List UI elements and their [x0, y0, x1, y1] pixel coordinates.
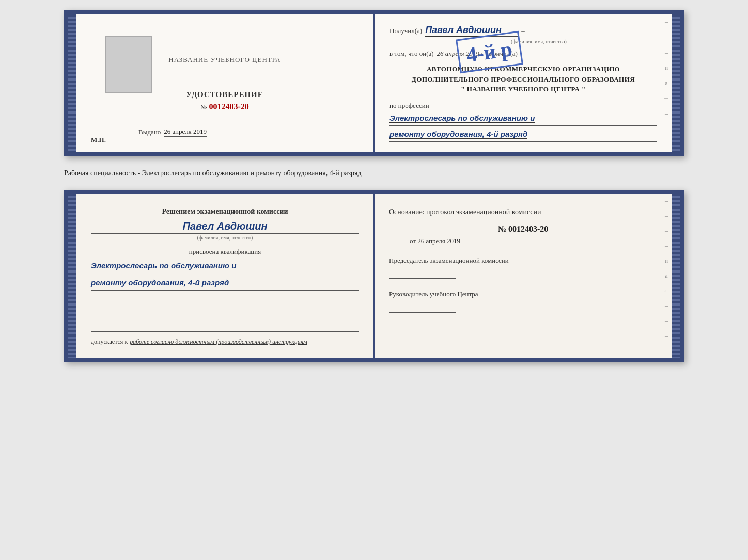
- dopuskaetsya-block: допускается к работе согласно должностны…: [91, 338, 359, 346]
- name-handwritten: Павел Авдюшин: [91, 220, 359, 234]
- signature-line-1: [91, 297, 359, 307]
- org-block: АВТОНОМНУЮ НЕКОММЕРЧЕСКУЮ ОРГАНИЗАЦИЮ ДО…: [389, 64, 657, 94]
- prisvoena-text: присвоена квалификация: [91, 248, 359, 256]
- resheniem-title: Решением экзаменационной комиссии: [91, 206, 359, 217]
- stamp-line2: ДОПОЛНИТЕЛЬНОГО ПРОФЕССИОНАЛЬНОГО ОБРАЗО…: [389, 74, 657, 85]
- mp-label: М.П.: [91, 136, 106, 144]
- right-spine-top: [672, 14, 680, 152]
- rukovoditel-block: Руководитель учебного Центра: [389, 289, 657, 313]
- vydano-block: Выдано 26 апреля 2019: [138, 127, 207, 137]
- poluchil-name: Павел Авдюшин: [425, 25, 518, 37]
- signature-line-3: [91, 322, 359, 332]
- rukovoditel-signature: [389, 302, 456, 313]
- right-spine-bottom: [672, 194, 680, 359]
- poluchil-label: Получил(a): [389, 27, 422, 35]
- left-spine-bottom: [68, 194, 76, 359]
- vtom-line: в том, что он(а) 26 апреля 2019г. окончи…: [389, 50, 657, 58]
- dopuskaetsya-label: допускается к: [91, 338, 128, 346]
- kval-line2: ремонту оборудования, 4-й разряд: [91, 276, 359, 290]
- lines-block: [91, 297, 359, 332]
- kval-line1: Электрослесарь по обслуживанию и: [91, 259, 359, 273]
- ot-date: 26 апреля 2019: [417, 237, 460, 245]
- center-title-top: НАЗВАНИЕ УЧЕБНОГО ЦЕНТРА: [168, 55, 280, 65]
- document-container: НАЗВАНИЕ УЧЕБНОГО ЦЕНТРА УДОСТОВЕРЕНИЕ №…: [64, 10, 684, 362]
- top-right-page: Получил(a) Павел Авдюшин – (фамилия, имя…: [374, 14, 672, 152]
- top-book-inner: НАЗВАНИЕ УЧЕБНОГО ЦЕНТРА УДОСТОВЕРЕНИЕ №…: [76, 14, 672, 152]
- udostoverenie-number: 0012403-20: [209, 102, 248, 111]
- right-dashes-top: – – – и а ← – – –: [661, 14, 672, 152]
- middle-text: Рабочая специальность - Электрослесарь п…: [64, 165, 684, 182]
- predsedatel-signature: [389, 268, 456, 279]
- fio-caption-top: (фамилия, имя, отчество): [420, 39, 657, 44]
- stamp-line1: АВТОНОМНУЮ НЕКОММЕРЧЕСКУЮ ОРГАНИЗАЦИЮ: [389, 64, 657, 74]
- okonchil-label: окончил(а): [487, 50, 518, 58]
- protocol-prefix: №: [498, 225, 506, 233]
- vydano-date: 26 апреля 2019: [164, 127, 207, 137]
- bottom-book-inner: Решением экзаменационной комиссии Павел …: [76, 194, 672, 359]
- predsedatel-block: Председатель экзаменационной комиссии: [389, 255, 657, 279]
- stamp-line3: " НАЗВАНИЕ УЧЕБНОГО ЦЕНТРА ": [389, 84, 657, 94]
- po-professii-label: по профессии: [389, 102, 657, 110]
- protocol-num: 0012403-20: [508, 225, 548, 233]
- number-prefix: №: [200, 103, 207, 111]
- rukovoditel-label: Руководитель учебного Центра: [389, 289, 657, 299]
- osnovanie-text: Основание: протокол экзаменационной коми…: [389, 206, 657, 217]
- top-left-page: НАЗВАНИЕ УЧЕБНОГО ЦЕНТРА УДОСТОВЕРЕНИЕ №…: [76, 14, 374, 152]
- dopuskaetsya-italic: работе согласно должностным (производств…: [130, 338, 307, 346]
- poluchil-line: Получил(a) Павел Авдюшин –: [389, 25, 657, 37]
- left-spine: [68, 14, 76, 152]
- fio-caption-bottom: (фамилия, имя, отчество): [91, 235, 359, 241]
- vtom-date: 26 апреля 2019г.: [437, 50, 484, 58]
- photo-placeholder: [105, 36, 152, 93]
- vtom-label: в том, что он(а): [389, 50, 434, 58]
- vydano-label: Выдано: [138, 128, 161, 136]
- professiya-line1: Электрослесарь по обслуживанию и: [389, 114, 535, 123]
- ot-date-block: от 26 апреля 2019: [410, 237, 657, 245]
- bottom-right-page: Основание: протокол экзаменационной коми…: [373, 194, 672, 359]
- bottom-book: Решением экзаменационной комиссии Павел …: [64, 190, 684, 363]
- udostoverenie-title: УДОСТОВЕРЕНИЕ: [186, 90, 263, 99]
- protocol-number: № 0012403-20: [389, 225, 657, 234]
- predsedatel-label: Председатель экзаменационной комиссии: [389, 255, 657, 266]
- professiya-line2: ремонту оборудования, 4-й разряд: [389, 130, 527, 139]
- bottom-left-page: Решением экзаменационной комиссии Павел …: [76, 194, 373, 359]
- signature-line-2: [91, 309, 359, 319]
- right-dashes-bottom: – – – – и а ← – – – –: [661, 194, 672, 359]
- ot-prefix: от: [410, 237, 416, 245]
- top-book: НАЗВАНИЕ УЧЕБНОГО ЦЕНТРА УДОСТОВЕРЕНИЕ №…: [64, 10, 684, 156]
